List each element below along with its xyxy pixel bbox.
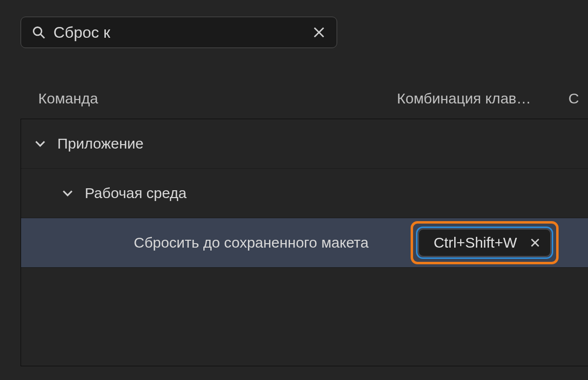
tree-row-workspace[interactable]: Рабочая среда (21, 169, 588, 218)
search-icon (32, 25, 46, 39)
column-shortcut[interactable]: Комбинация клав… (397, 90, 568, 107)
tree-row-reset-layout[interactable]: Сбросить до сохраненного макета Ctrl+Shi… (21, 218, 588, 268)
column-headers: Команда Комбинация клав… С (0, 90, 588, 119)
tree-label: Приложение (57, 135, 588, 152)
svg-line-1 (41, 34, 45, 38)
search-field[interactable] (21, 17, 337, 48)
svg-point-0 (34, 27, 42, 35)
tree-label: Сбросить до сохраненного макета (134, 234, 407, 251)
clear-search-icon[interactable] (312, 25, 326, 39)
chevron-down-icon (61, 187, 85, 200)
tree-row-application[interactable]: Приложение (21, 119, 588, 169)
chevron-down-icon (34, 137, 57, 150)
shortcut-highlight: Ctrl+Shift+W (411, 221, 559, 264)
column-command[interactable]: Команда (38, 90, 397, 107)
column-third[interactable]: С (568, 90, 588, 107)
tree-empty (21, 268, 588, 366)
close-icon[interactable] (530, 237, 540, 248)
shortcut-tree: Приложение Рабочая среда Сбросить до сох… (21, 119, 588, 366)
tree-label: Рабочая среда (85, 185, 588, 202)
shortcut-input[interactable]: Ctrl+Shift+W (418, 229, 551, 256)
shortcut-value: Ctrl+Shift+W (434, 234, 517, 251)
search-input[interactable] (46, 24, 312, 42)
